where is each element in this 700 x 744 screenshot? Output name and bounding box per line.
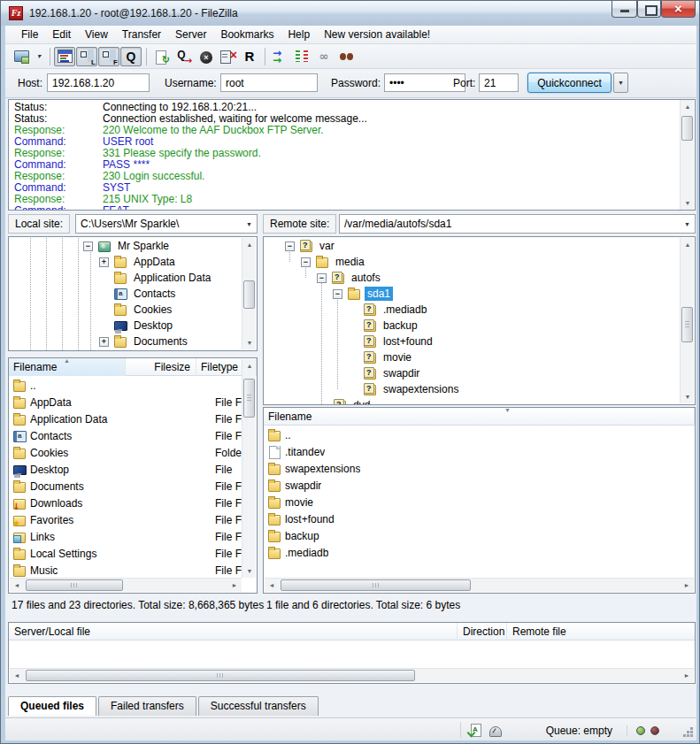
cancel-operation-button[interactable]: × — [195, 47, 216, 66]
toggle-message-log-button[interactable] — [54, 47, 75, 66]
scroll-up-arrow[interactable]: ▲ — [242, 238, 257, 251]
tree-expander[interactable] — [349, 385, 358, 395]
local-file-row[interactable]: Links File Folder — [9, 528, 242, 545]
column-header-server-local-file[interactable]: Server/Local file — [9, 623, 458, 640]
scroll-down-arrow[interactable]: ▼ — [681, 390, 695, 403]
scroll-right-arrow[interactable]: ► — [680, 579, 694, 592]
local-list-hscrollbar[interactable]: ◄ ► — [10, 578, 242, 592]
title-bar[interactable]: Fz 192.168.1.20 - root@192.168.1.20 - Fi… — [1, 1, 700, 26]
scroll-down-arrow[interactable]: ▼ — [242, 336, 257, 349]
tree-expander[interactable]: + — [99, 257, 109, 267]
remote-tree-scrollbar[interactable]: ▲ ▼ — [680, 238, 694, 403]
process-queue-button[interactable]: Q — [173, 47, 194, 66]
synchronized-browsing-button[interactable]: ∞ — [313, 47, 335, 66]
local-tree-item[interactable]: Cookies — [9, 302, 242, 318]
column-header-filename[interactable]: Filename ▼ — [264, 408, 695, 426]
menu-item[interactable]: Transfer — [115, 26, 168, 43]
menu-item[interactable]: File — [14, 26, 45, 43]
local-tree-scrollbar[interactable]: ▲ ▼ — [242, 238, 256, 349]
remote-file-row[interactable]: .mediadb — [264, 544, 695, 561]
remote-tree-item[interactable]: .mediadb — [264, 302, 680, 318]
local-tree-item[interactable]: + Downloads — [9, 349, 242, 350]
column-header-remote-file[interactable]: Remote file — [507, 623, 695, 640]
minimize-button[interactable] — [612, 1, 637, 18]
tree-expander[interactable] — [349, 305, 358, 315]
log-scrollbar-thumb[interactable] — [681, 116, 693, 141]
maximize-button[interactable] — [637, 1, 661, 18]
chevron-down-icon[interactable]: ▼ — [684, 221, 690, 227]
remote-tree-item[interactable]: − var — [264, 238, 680, 254]
refresh-button[interactable]: ↻ — [150, 47, 172, 66]
remote-tree-item[interactable]: dvd — [264, 397, 680, 404]
resize-grip[interactable] — [690, 727, 693, 730]
tree-expander[interactable] — [319, 401, 328, 405]
toggle-local-tree-button[interactable]: L — [76, 47, 97, 66]
local-tree-item[interactable]: Contacts — [9, 286, 242, 302]
remote-tree-item[interactable]: lost+found — [264, 334, 680, 349]
username-input[interactable]: root — [220, 73, 318, 92]
toggle-remote-tree-button[interactable]: F — [98, 47, 119, 66]
local-tree-item[interactable]: + AppData — [9, 254, 242, 270]
scroll-down-arrow[interactable]: ▼ — [681, 196, 695, 210]
local-tree-item[interactable]: − Mr Sparkle — [9, 238, 242, 254]
remote-tree-item[interactable]: − autofs — [264, 270, 680, 286]
local-file-row[interactable]: Contacts File Folder — [9, 427, 242, 444]
tree-expander[interactable] — [349, 353, 358, 363]
local-file-row[interactable]: Cookies Folder — [9, 444, 242, 461]
scroll-up-arrow[interactable]: ▲ — [242, 359, 257, 372]
local-tree-item[interactable]: + Documents — [9, 334, 242, 349]
column-header-filename[interactable]: Filename ▲ — [9, 358, 126, 376]
local-tree-item[interactable]: Desktop — [9, 318, 242, 334]
tree-expander[interactable] — [99, 321, 109, 331]
local-list-scrollbar-thumb[interactable] — [243, 379, 255, 418]
queue-tab[interactable]: Successful transfers — [198, 696, 319, 716]
tree-expander[interactable] — [99, 273, 109, 283]
local-file-row[interactable]: Application Data File Folder — [9, 410, 242, 427]
local-list-hscrollbar-thumb[interactable] — [26, 579, 123, 591]
remote-file-row[interactable]: swapdir — [264, 477, 695, 494]
menu-item[interactable]: Edit — [45, 26, 78, 43]
tree-expander[interactable] — [99, 305, 109, 315]
local-file-row[interactable]: AppData File Folder — [9, 394, 242, 410]
remote-tree-scrollbar-thumb[interactable] — [681, 307, 693, 342]
remote-file-row[interactable]: backup — [264, 527, 695, 544]
queue-tab[interactable]: Failed transfers — [98, 696, 196, 716]
quickconnect-dropdown[interactable]: ▼ — [613, 73, 628, 93]
tree-expander[interactable]: − — [285, 242, 295, 251]
port-input[interactable]: 21 — [479, 73, 519, 92]
local-site-combobox[interactable]: C:\Users\Mr Sparkle\ ▼ — [75, 214, 258, 234]
tree-expander[interactable]: − — [333, 289, 342, 299]
site-manager-dropdown[interactable]: ▾ — [33, 47, 45, 66]
local-tree-item[interactable]: Application Data — [9, 270, 242, 286]
local-list-vscrollbar[interactable]: ▲ ▼ — [242, 359, 256, 578]
local-file-row[interactable]: Local Settings File Folder — [9, 545, 242, 562]
host-input[interactable]: 192.168.1.20 — [47, 73, 150, 92]
reconnect-button[interactable]: R — [239, 47, 260, 66]
remote-tree-item[interactable]: − sda1 — [264, 286, 680, 302]
remote-site-combobox[interactable]: /var/media/autofs/sda1 ▼ — [339, 214, 696, 234]
log-scrollbar[interactable]: ▲ ▼ — [680, 100, 694, 210]
tree-expander[interactable]: + — [99, 337, 109, 347]
menu-item[interactable]: Server — [168, 26, 213, 43]
close-button[interactable] — [661, 1, 696, 18]
scroll-right-arrow[interactable]: ► — [680, 669, 694, 682]
remote-list-hscrollbar-thumb[interactable] — [281, 579, 471, 591]
toggle-queue-button[interactable]: Q — [120, 47, 142, 66]
tree-expander[interactable]: − — [317, 273, 327, 283]
remote-file-row[interactable]: .titandev — [264, 443, 695, 460]
local-tree-scrollbar-thumb[interactable] — [243, 280, 255, 309]
directory-comparison-button[interactable] — [291, 47, 312, 66]
queue-hscrollbar-thumb[interactable] — [26, 670, 415, 681]
local-file-row[interactable]: Desktop File — [9, 461, 242, 478]
chevron-down-icon[interactable]: ▼ — [246, 221, 252, 227]
quickconnect-button[interactable]: Quickconnect — [527, 73, 612, 93]
tree-expander[interactable]: − — [83, 242, 93, 251]
disconnect-button[interactable]: × — [217, 47, 238, 66]
remote-tree-item[interactable]: backup — [264, 318, 680, 334]
remote-list-hscrollbar[interactable]: ◄ ► — [265, 578, 694, 592]
queue-hscrollbar[interactable]: ◄ ► — [10, 668, 694, 682]
local-file-row[interactable]: .. — [9, 377, 242, 394]
menu-item[interactable]: Help — [281, 26, 317, 43]
local-file-row[interactable]: Downloads File Folder — [9, 495, 242, 511]
menu-item[interactable]: Bookmarks — [213, 26, 281, 43]
